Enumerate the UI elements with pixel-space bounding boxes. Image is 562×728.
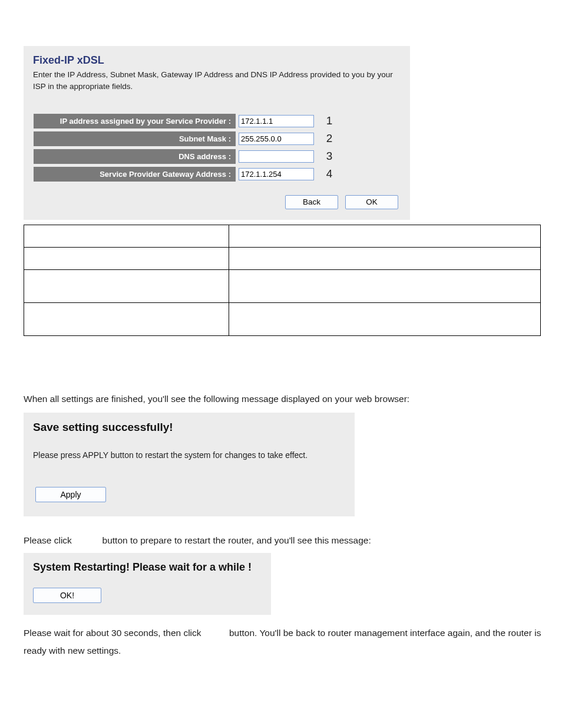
input-cell-gateway <box>236 166 316 182</box>
row-num-2: 2 <box>316 131 342 147</box>
table-row <box>24 302 541 335</box>
text2-part-b: button to prepare to restart the router,… <box>103 535 371 545</box>
table-row <box>24 225 541 247</box>
input-cell-ip <box>236 113 316 129</box>
form-row-ip: IP address assigned by your Service Prov… <box>33 113 401 129</box>
label-dns: DNS address : <box>33 149 236 164</box>
button-row: Back OK <box>33 195 401 209</box>
panel-description: Enter the IP Address, Subnet Mask, Gatew… <box>33 69 401 93</box>
row-num-4: 4 <box>316 166 342 182</box>
gateway-address-input[interactable] <box>239 168 314 180</box>
body-text-2: Please click button to prepare to restar… <box>24 533 542 548</box>
table-row <box>24 247 541 269</box>
body-text-3: Please wait for about 30 seconds, then c… <box>24 624 553 659</box>
label-ip: IP address assigned by your Service Prov… <box>33 113 236 129</box>
text2-part-a: Please click <box>24 535 74 545</box>
form-row-subnet: Subnet Mask : 2 <box>33 131 401 147</box>
dns-address-input[interactable] <box>239 150 314 163</box>
restart-panel: System Restarting! Please wait for a whi… <box>24 553 271 615</box>
form-row-dns: DNS address : 3 <box>33 149 401 164</box>
save-success-panel: Save setting successfully! Please press … <box>24 413 355 516</box>
text3-part-a: Please wait for about 30 seconds, then c… <box>24 628 204 638</box>
body-text-1: When all settings are finished, you'll s… <box>24 391 542 407</box>
row-num-3: 3 <box>316 149 342 164</box>
input-cell-subnet <box>236 131 316 147</box>
back-button[interactable]: Back <box>285 195 338 209</box>
ok-restart-button[interactable]: OK! <box>33 588 101 603</box>
save-success-text: Please press APPLY button to restart the… <box>33 450 345 460</box>
input-cell-dns <box>236 149 316 164</box>
ok-button[interactable]: OK <box>345 195 398 209</box>
ip-address-input[interactable] <box>239 115 314 127</box>
label-gateway: Service Provider Gateway Address : <box>33 166 236 182</box>
table-row <box>24 269 541 302</box>
subnet-mask-input[interactable] <box>239 133 314 145</box>
form-row-gateway: Service Provider Gateway Address : 4 <box>33 166 401 182</box>
label-subnet: Subnet Mask : <box>33 131 236 147</box>
restart-title: System Restarting! Please wait for a whi… <box>33 561 262 574</box>
row-num-1: 1 <box>316 113 342 129</box>
description-table <box>24 225 541 336</box>
fixed-ip-panel: Fixed-IP xDSL Enter the IP Address, Subn… <box>24 46 410 220</box>
apply-button[interactable]: Apply <box>35 487 106 502</box>
panel-title: Fixed-IP xDSL <box>33 54 401 67</box>
save-success-title: Save setting successfully! <box>33 421 345 434</box>
